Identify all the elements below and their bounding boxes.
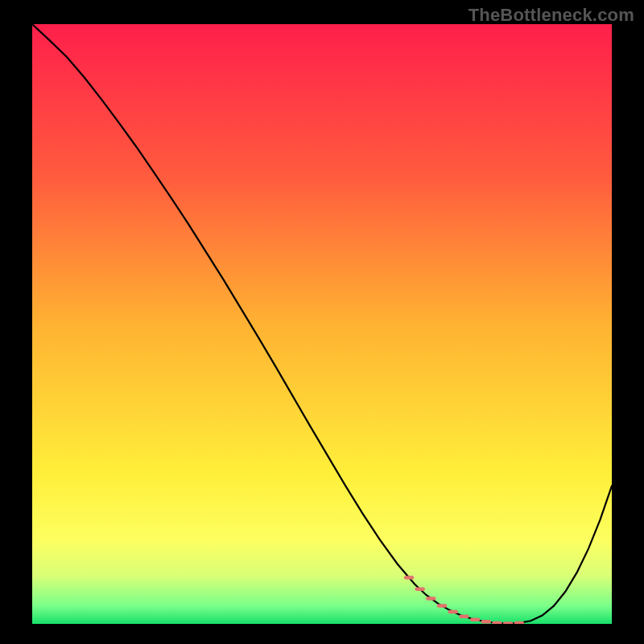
chart-container: { "watermark": "TheBottleneck.com", "plo… [0, 0, 644, 644]
chart-svg [32, 24, 612, 624]
chart-plot [32, 24, 612, 624]
chart-background [32, 24, 612, 624]
watermark-text: TheBottleneck.com [469, 5, 634, 26]
